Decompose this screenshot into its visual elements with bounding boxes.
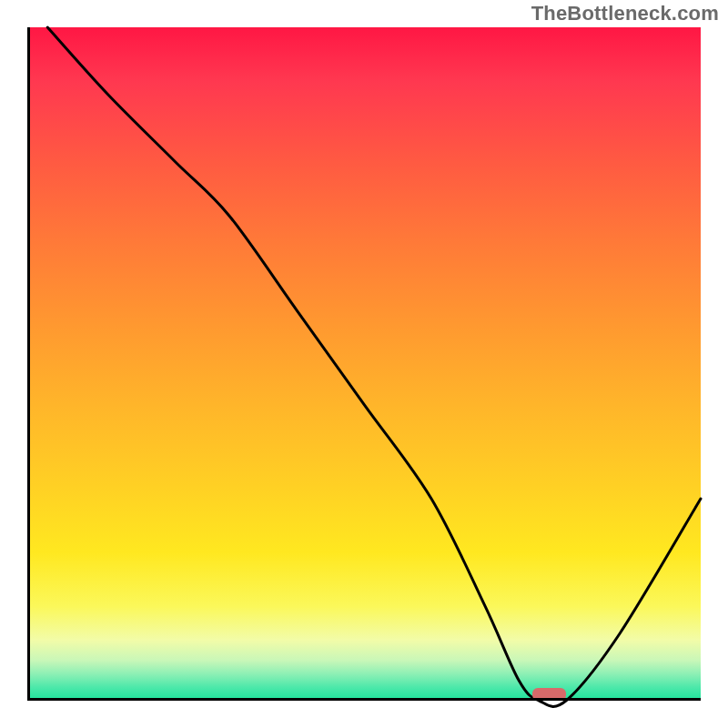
chart-overlay [27,27,701,701]
chart-container: TheBottleneck.com [0,0,728,728]
optimal-marker [532,688,566,701]
plot-area [27,27,701,701]
watermark-text: TheBottleneck.com [531,2,719,25]
bottleneck-curve [47,27,701,706]
